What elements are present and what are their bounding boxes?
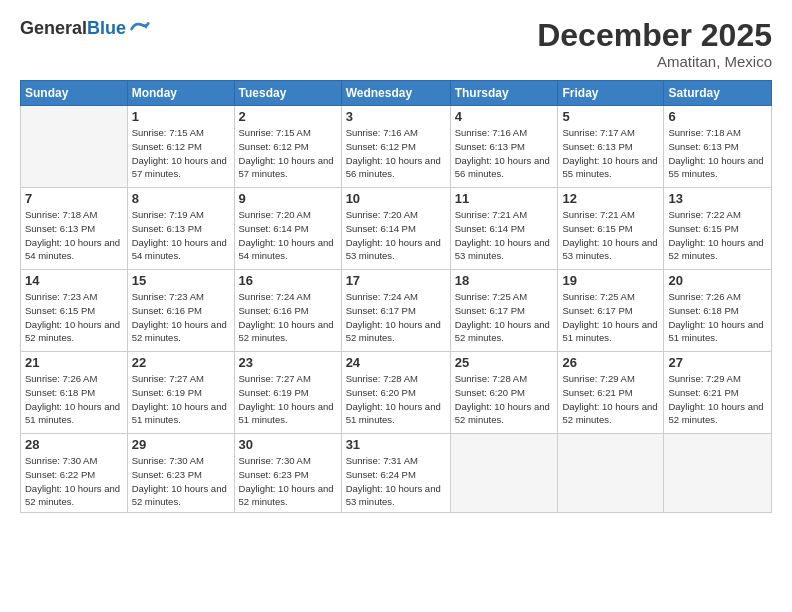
table-row: 18Sunrise: 7:25 AMSunset: 6:17 PMDayligh… (450, 270, 558, 352)
day-info: Sunrise: 7:28 AMSunset: 6:20 PMDaylight:… (346, 372, 446, 427)
day-info: Sunrise: 7:26 AMSunset: 6:18 PMDaylight:… (25, 372, 123, 427)
table-row: 19Sunrise: 7:25 AMSunset: 6:17 PMDayligh… (558, 270, 664, 352)
table-row: 22Sunrise: 7:27 AMSunset: 6:19 PMDayligh… (127, 352, 234, 434)
table-row: 23Sunrise: 7:27 AMSunset: 6:19 PMDayligh… (234, 352, 341, 434)
day-info: Sunrise: 7:23 AMSunset: 6:16 PMDaylight:… (132, 290, 230, 345)
table-row: 14Sunrise: 7:23 AMSunset: 6:15 PMDayligh… (21, 270, 128, 352)
day-info: Sunrise: 7:25 AMSunset: 6:17 PMDaylight:… (455, 290, 554, 345)
table-row (21, 106, 128, 188)
day-number: 11 (455, 191, 554, 206)
day-number: 29 (132, 437, 230, 452)
day-info: Sunrise: 7:22 AMSunset: 6:15 PMDaylight:… (668, 208, 767, 263)
day-number: 21 (25, 355, 123, 370)
col-sunday: Sunday (21, 81, 128, 106)
day-number: 18 (455, 273, 554, 288)
table-row: 26Sunrise: 7:29 AMSunset: 6:21 PMDayligh… (558, 352, 664, 434)
day-info: Sunrise: 7:29 AMSunset: 6:21 PMDaylight:… (562, 372, 659, 427)
table-row: 5Sunrise: 7:17 AMSunset: 6:13 PMDaylight… (558, 106, 664, 188)
logo: GeneralBlue (20, 18, 150, 40)
col-saturday: Saturday (664, 81, 772, 106)
day-info: Sunrise: 7:18 AMSunset: 6:13 PMDaylight:… (25, 208, 123, 263)
day-info: Sunrise: 7:27 AMSunset: 6:19 PMDaylight:… (239, 372, 337, 427)
day-info: Sunrise: 7:15 AMSunset: 6:12 PMDaylight:… (239, 126, 337, 181)
day-number: 27 (668, 355, 767, 370)
day-number: 10 (346, 191, 446, 206)
day-number: 30 (239, 437, 337, 452)
table-row (558, 434, 664, 513)
table-row: 12Sunrise: 7:21 AMSunset: 6:15 PMDayligh… (558, 188, 664, 270)
col-wednesday: Wednesday (341, 81, 450, 106)
day-info: Sunrise: 7:26 AMSunset: 6:18 PMDaylight:… (668, 290, 767, 345)
day-info: Sunrise: 7:16 AMSunset: 6:12 PMDaylight:… (346, 126, 446, 181)
day-number: 15 (132, 273, 230, 288)
table-row: 1Sunrise: 7:15 AMSunset: 6:12 PMDaylight… (127, 106, 234, 188)
col-thursday: Thursday (450, 81, 558, 106)
day-info: Sunrise: 7:24 AMSunset: 6:17 PMDaylight:… (346, 290, 446, 345)
day-number: 1 (132, 109, 230, 124)
day-number: 28 (25, 437, 123, 452)
table-row: 11Sunrise: 7:21 AMSunset: 6:14 PMDayligh… (450, 188, 558, 270)
table-row: 21Sunrise: 7:26 AMSunset: 6:18 PMDayligh… (21, 352, 128, 434)
table-row (664, 434, 772, 513)
table-row: 16Sunrise: 7:24 AMSunset: 6:16 PMDayligh… (234, 270, 341, 352)
day-number: 24 (346, 355, 446, 370)
day-info: Sunrise: 7:21 AMSunset: 6:15 PMDaylight:… (562, 208, 659, 263)
day-info: Sunrise: 7:30 AMSunset: 6:23 PMDaylight:… (132, 454, 230, 509)
day-info: Sunrise: 7:28 AMSunset: 6:20 PMDaylight:… (455, 372, 554, 427)
day-number: 23 (239, 355, 337, 370)
col-tuesday: Tuesday (234, 81, 341, 106)
day-number: 7 (25, 191, 123, 206)
day-number: 19 (562, 273, 659, 288)
table-row: 24Sunrise: 7:28 AMSunset: 6:20 PMDayligh… (341, 352, 450, 434)
day-info: Sunrise: 7:29 AMSunset: 6:21 PMDaylight:… (668, 372, 767, 427)
title-block: December 2025 Amatitan, Mexico (537, 18, 772, 70)
day-number: 9 (239, 191, 337, 206)
table-row: 10Sunrise: 7:20 AMSunset: 6:14 PMDayligh… (341, 188, 450, 270)
table-row: 9Sunrise: 7:20 AMSunset: 6:14 PMDaylight… (234, 188, 341, 270)
table-row: 4Sunrise: 7:16 AMSunset: 6:13 PMDaylight… (450, 106, 558, 188)
day-number: 25 (455, 355, 554, 370)
day-info: Sunrise: 7:31 AMSunset: 6:24 PMDaylight:… (346, 454, 446, 509)
day-info: Sunrise: 7:25 AMSunset: 6:17 PMDaylight:… (562, 290, 659, 345)
day-info: Sunrise: 7:21 AMSunset: 6:14 PMDaylight:… (455, 208, 554, 263)
location: Amatitan, Mexico (537, 53, 772, 70)
day-number: 2 (239, 109, 337, 124)
logo-blue-text: Blue (87, 18, 126, 38)
day-number: 8 (132, 191, 230, 206)
table-row: 15Sunrise: 7:23 AMSunset: 6:16 PMDayligh… (127, 270, 234, 352)
day-number: 13 (668, 191, 767, 206)
day-info: Sunrise: 7:19 AMSunset: 6:13 PMDaylight:… (132, 208, 230, 263)
day-number: 22 (132, 355, 230, 370)
day-number: 5 (562, 109, 659, 124)
logo-icon (128, 18, 150, 40)
day-info: Sunrise: 7:20 AMSunset: 6:14 PMDaylight:… (346, 208, 446, 263)
day-number: 12 (562, 191, 659, 206)
calendar-table: Sunday Monday Tuesday Wednesday Thursday… (20, 80, 772, 513)
table-row: 30Sunrise: 7:30 AMSunset: 6:23 PMDayligh… (234, 434, 341, 513)
day-info: Sunrise: 7:20 AMSunset: 6:14 PMDaylight:… (239, 208, 337, 263)
day-number: 6 (668, 109, 767, 124)
day-number: 20 (668, 273, 767, 288)
day-number: 26 (562, 355, 659, 370)
table-row: 17Sunrise: 7:24 AMSunset: 6:17 PMDayligh… (341, 270, 450, 352)
month-title: December 2025 (537, 18, 772, 53)
table-row: 3Sunrise: 7:16 AMSunset: 6:12 PMDaylight… (341, 106, 450, 188)
day-info: Sunrise: 7:15 AMSunset: 6:12 PMDaylight:… (132, 126, 230, 181)
table-row: 2Sunrise: 7:15 AMSunset: 6:12 PMDaylight… (234, 106, 341, 188)
table-row: 25Sunrise: 7:28 AMSunset: 6:20 PMDayligh… (450, 352, 558, 434)
day-info: Sunrise: 7:27 AMSunset: 6:19 PMDaylight:… (132, 372, 230, 427)
col-friday: Friday (558, 81, 664, 106)
table-row: 6Sunrise: 7:18 AMSunset: 6:13 PMDaylight… (664, 106, 772, 188)
logo-general-text: General (20, 18, 87, 38)
day-number: 14 (25, 273, 123, 288)
table-row: 31Sunrise: 7:31 AMSunset: 6:24 PMDayligh… (341, 434, 450, 513)
table-row: 13Sunrise: 7:22 AMSunset: 6:15 PMDayligh… (664, 188, 772, 270)
page: GeneralBlue December 2025 Amatitan, Mexi… (0, 0, 792, 612)
table-row: 28Sunrise: 7:30 AMSunset: 6:22 PMDayligh… (21, 434, 128, 513)
day-info: Sunrise: 7:24 AMSunset: 6:16 PMDaylight:… (239, 290, 337, 345)
day-number: 4 (455, 109, 554, 124)
col-monday: Monday (127, 81, 234, 106)
header: GeneralBlue December 2025 Amatitan, Mexi… (20, 18, 772, 70)
day-info: Sunrise: 7:23 AMSunset: 6:15 PMDaylight:… (25, 290, 123, 345)
day-number: 16 (239, 273, 337, 288)
